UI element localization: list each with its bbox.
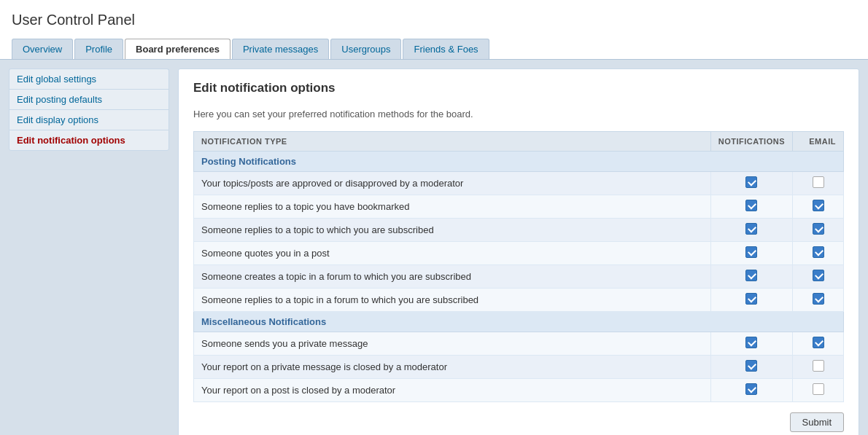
table-row: Someone replies to a topic in a forum to… xyxy=(194,289,844,312)
notif-check-subscribed-topic[interactable] xyxy=(710,219,792,242)
table-row: Your topics/posts are approved or disapp… xyxy=(194,172,844,195)
panel-title: Edit notification options xyxy=(193,81,844,101)
notif-check-pm[interactable] xyxy=(710,332,792,356)
col-header-email: EMAIL xyxy=(793,132,844,152)
sidebar-item-global-settings[interactable]: Edit global settings xyxy=(9,68,169,89)
row-label-pm: Someone sends you a private message xyxy=(194,332,711,356)
page-title: User Control Panel xyxy=(12,6,856,36)
table-row: Your report on a private message is clos… xyxy=(194,356,844,379)
table-row: Someone quotes you in a post xyxy=(194,242,844,265)
page-header: User Control Panel Overview Profile Boar… xyxy=(0,0,868,60)
sidebar-item-posting-defaults[interactable]: Edit posting defaults xyxy=(9,89,169,109)
panel-description: Here you can set your preferred notifica… xyxy=(193,109,844,119)
email-check-pm[interactable] xyxy=(793,332,844,356)
email-check-bookmarked[interactable] xyxy=(793,195,844,219)
table-row: Someone creates a topic in a forum to wh… xyxy=(194,265,844,289)
tab-profile[interactable]: Profile xyxy=(74,39,123,59)
tab-private-messages[interactable]: Private messages xyxy=(232,39,329,59)
email-check-post-closed[interactable] xyxy=(793,379,844,402)
notif-check-subscribed-forum-reply[interactable] xyxy=(710,289,792,312)
notif-check-quoted[interactable] xyxy=(710,242,792,265)
email-check-pm-closed[interactable] xyxy=(793,356,844,379)
submit-button[interactable]: Submit xyxy=(790,412,844,432)
notif-check-post-closed[interactable] xyxy=(710,379,792,402)
row-label-pm-closed: Your report on a private message is clos… xyxy=(194,356,711,379)
email-check-quoted[interactable] xyxy=(793,242,844,265)
tab-usergroups[interactable]: Usergroups xyxy=(330,39,401,59)
section-header-posting: Posting Notifications xyxy=(194,152,844,172)
table-row: Someone sends you a private message xyxy=(194,332,844,356)
row-label-quoted: Someone quotes you in a post xyxy=(194,242,711,265)
notification-table: NOTIFICATION TYPE NOTIFICATIONS EMAIL Po… xyxy=(193,131,844,402)
table-row: Someone replies to a topic you have book… xyxy=(194,195,844,219)
row-label-post-closed: Your report on a post is closed by a mod… xyxy=(194,379,711,402)
content-panel: Edit notification options Here you can s… xyxy=(178,68,859,435)
notif-check-approved[interactable] xyxy=(710,172,792,195)
main-content: Edit global settings Edit posting defaul… xyxy=(0,60,868,435)
tab-board-preferences[interactable]: Board preferences xyxy=(125,39,230,59)
sidebar: Edit global settings Edit posting defaul… xyxy=(9,68,169,435)
table-row: Your report on a post is closed by a mod… xyxy=(194,379,844,402)
row-label-bookmarked: Someone replies to a topic you have book… xyxy=(194,195,711,219)
row-label-subscribed-topic: Someone replies to a topic to which you … xyxy=(194,219,711,242)
notif-check-bookmarked[interactable] xyxy=(710,195,792,219)
col-header-notifications: NOTIFICATIONS xyxy=(710,132,792,152)
row-label-approved: Your topics/posts are approved or disapp… xyxy=(194,172,711,195)
email-check-subscribed-forum-reply[interactable] xyxy=(793,289,844,312)
email-check-subscribed-forum[interactable] xyxy=(793,265,844,289)
row-label-subscribed-forum: Someone creates a topic in a forum to wh… xyxy=(194,265,711,289)
email-check-subscribed-topic[interactable] xyxy=(793,219,844,242)
sidebar-item-display-options[interactable]: Edit display options xyxy=(9,109,169,130)
notif-check-subscribed-forum[interactable] xyxy=(710,265,792,289)
col-header-type: NOTIFICATION TYPE xyxy=(194,132,711,152)
notif-check-pm-closed[interactable] xyxy=(710,356,792,379)
tab-bar: Overview Profile Board preferences Priva… xyxy=(12,36,856,59)
email-check-approved[interactable] xyxy=(793,172,844,195)
submit-row: Submit Mark all • Unmark all xyxy=(193,412,844,435)
tab-friends-foes[interactable]: Friends & Foes xyxy=(403,39,489,59)
sidebar-item-notification-options[interactable]: Edit notification options xyxy=(9,130,169,151)
section-header-misc: Miscellaneous Notifications xyxy=(194,312,844,332)
table-row: Someone replies to a topic to which you … xyxy=(194,219,844,242)
row-label-subscribed-forum-reply: Someone replies to a topic in a forum to… xyxy=(194,289,711,312)
tab-overview[interactable]: Overview xyxy=(12,39,73,59)
